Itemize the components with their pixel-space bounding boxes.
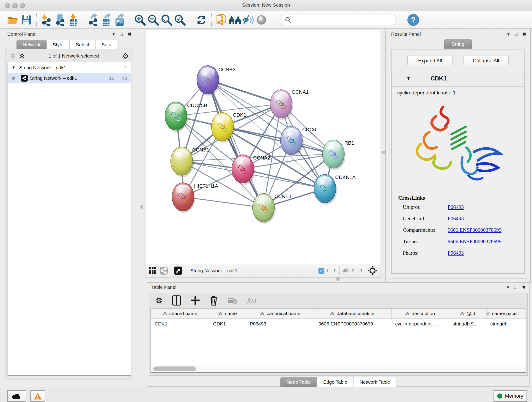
tab-select[interactable]: Select bbox=[70, 40, 95, 49]
search-input[interactable] bbox=[291, 16, 392, 24]
panel-menu-icon[interactable]: ▾ bbox=[507, 32, 510, 36]
scrollbar-thumb[interactable] bbox=[153, 366, 196, 371]
import-network-database-button[interactable] bbox=[53, 13, 66, 27]
panel-float-icon[interactable]: □ bbox=[514, 285, 517, 289]
refresh-view-button[interactable] bbox=[195, 13, 208, 27]
collapse-all-networks-icon[interactable] bbox=[10, 53, 16, 59]
table-cell[interactable]: CDK1 bbox=[151, 319, 209, 329]
crosslink-link[interactable]: 9606.ENSP00000378699 bbox=[448, 239, 501, 245]
delete-column-icon[interactable] bbox=[210, 295, 218, 306]
column-header-canonical-name[interactable]: canonical name bbox=[246, 308, 315, 319]
open-session-button[interactable] bbox=[6, 13, 20, 27]
function-builder-icon[interactable]: f(x) bbox=[247, 297, 256, 304]
graph-node-CCNE1[interactable]: CCNE1 bbox=[253, 193, 292, 224]
panel-close-icon[interactable]: ✖ bbox=[522, 285, 526, 289]
panel-close-icon[interactable]: ✖ bbox=[522, 32, 526, 36]
panel-close-icon[interactable]: ✖ bbox=[128, 32, 132, 36]
network-options-gear-icon[interactable]: ⚙ bbox=[122, 51, 129, 60]
table-options-gear-icon[interactable]: ⚙ bbox=[156, 296, 162, 305]
panel-menu-icon[interactable]: ▾ bbox=[507, 285, 509, 289]
save-session-button[interactable] bbox=[20, 13, 33, 27]
graph-node-CCNA2[interactable]: CCNA2 bbox=[232, 155, 270, 185]
crosslink-link[interactable]: P06493 bbox=[448, 216, 464, 222]
crosslink-row: GeneCard:P06493 bbox=[403, 216, 519, 222]
graph-node-CCNB2[interactable]: CCNB2 bbox=[197, 65, 235, 96]
network-share-icon[interactable] bbox=[160, 267, 168, 275]
zoom-selected-button[interactable] bbox=[173, 13, 186, 27]
table-cell[interactable]: P06493 bbox=[246, 319, 315, 329]
show-home-panel-button[interactable] bbox=[228, 13, 241, 27]
table-cell[interactable]: 9606.ENSP00000378699 bbox=[315, 319, 392, 329]
graph-node-HIST1H1A[interactable]: HIST1H1A bbox=[172, 183, 218, 213]
protein-section-header[interactable]: ▼ CDK1 bbox=[392, 72, 525, 85]
zoom-out-button[interactable] bbox=[147, 13, 160, 27]
right-splitter-grip[interactable] bbox=[382, 151, 385, 154]
horizontal-scrollbar[interactable] bbox=[151, 365, 526, 372]
birds-eye-view-icon[interactable] bbox=[174, 266, 182, 275]
memory-button[interactable]: Memory bbox=[494, 390, 527, 402]
graph-node-CDKN1A[interactable]: CDKN1A bbox=[314, 174, 356, 205]
collapse-triangle-icon[interactable]: ▼ bbox=[12, 65, 16, 70]
tab-string[interactable]: String bbox=[444, 39, 472, 49]
node-label: CCNB2 bbox=[218, 67, 235, 72]
tab-network[interactable]: Network bbox=[17, 40, 46, 49]
graph-node-CCNA1[interactable]: CCNA1 bbox=[270, 89, 309, 120]
hidden-eye-slash-icon[interactable] bbox=[342, 267, 350, 274]
table-cell[interactable]: cyclin-dependent ... bbox=[392, 319, 449, 329]
left-splitter-grip[interactable] bbox=[140, 205, 143, 209]
hide-graphics-details-button[interactable] bbox=[241, 13, 255, 27]
add-column-icon[interactable] bbox=[191, 296, 200, 305]
graph-node-CCNB1[interactable]: CCNB1 bbox=[171, 147, 209, 177]
table-cell[interactable]: stringdb:9... bbox=[449, 319, 487, 329]
graph-node-CDC6[interactable]: CDC6 bbox=[280, 126, 316, 157]
collapse-all-button[interactable]: Collapse All bbox=[463, 55, 509, 66]
column-header-description[interactable]: description bbox=[392, 308, 449, 319]
column-header-namespace[interactable]: namespace bbox=[487, 308, 517, 319]
expand-all-networks-icon[interactable] bbox=[19, 53, 25, 59]
column-header-database-identifier[interactable]: database identifier bbox=[315, 308, 392, 319]
table-cell[interactable]: CDK1 bbox=[209, 319, 246, 329]
network-canvas[interactable]: CCNB2CCNA1CDC25BCDK1CDC6RB1CCNB1CCNA2CDK… bbox=[145, 30, 381, 264]
table-cell[interactable]: stringdb bbox=[487, 319, 517, 329]
panel-float-icon[interactable]: □ bbox=[515, 32, 517, 36]
export-network-button[interactable] bbox=[87, 13, 100, 27]
tab-edge-table[interactable]: Edge Table bbox=[317, 377, 354, 387]
zoom-fit-button[interactable] bbox=[160, 13, 173, 27]
graph-node-RB1[interactable]: RB1 bbox=[322, 140, 354, 170]
crosslink-link[interactable]: 9606.ENSP00000378699 bbox=[448, 227, 501, 233]
column-header-shared-name[interactable]: shared name bbox=[151, 308, 209, 319]
network-collection-row[interactable]: ▼ String Network – cdk1 1 bbox=[8, 62, 131, 73]
tab-node-table[interactable]: Node Table bbox=[280, 377, 317, 387]
grid-view-icon[interactable] bbox=[149, 267, 157, 274]
export-image-button[interactable] bbox=[113, 13, 127, 27]
main-toolbar: ? bbox=[0, 11, 532, 29]
collapse-triangle-icon[interactable]: ▼ bbox=[406, 76, 411, 81]
crosslink-link[interactable]: P06493 bbox=[448, 250, 464, 256]
import-network-file-button[interactable] bbox=[40, 13, 53, 27]
import-table-button[interactable] bbox=[66, 13, 80, 27]
tab-sets[interactable]: Sets bbox=[95, 40, 117, 49]
crosslink-link[interactable]: P06493 bbox=[448, 204, 464, 210]
zoom-in-button[interactable] bbox=[133, 13, 147, 27]
warnings-button[interactable] bbox=[30, 390, 45, 402]
export-table-button[interactable] bbox=[100, 13, 113, 27]
show-graphics-details-button[interactable] bbox=[255, 13, 268, 27]
help-button[interactable]: ? bbox=[407, 14, 419, 26]
network-row[interactable]: String Network – cdk1 11 48 bbox=[8, 73, 131, 83]
bottom-splitter-grip[interactable] bbox=[336, 277, 340, 281]
column-header--id[interactable]: @id bbox=[449, 308, 487, 319]
graph-node-CDC25B[interactable]: CDC25B bbox=[165, 102, 207, 132]
show-columns-icon[interactable] bbox=[172, 295, 181, 306]
panel-menu-icon[interactable]: ▾ bbox=[113, 32, 115, 36]
column-header-name[interactable]: name bbox=[209, 308, 246, 319]
cloud-status-button[interactable] bbox=[7, 390, 26, 402]
panel-float-icon[interactable]: □ bbox=[120, 32, 123, 36]
selected-checkbox-icon[interactable]: ✓ bbox=[318, 268, 324, 274]
table-data-row[interactable]: CDK1CDK1P064939606.ENSP00000378699cyclin… bbox=[151, 319, 526, 329]
tab-network-table[interactable]: Network Table bbox=[353, 377, 396, 387]
network-from-file-button[interactable] bbox=[215, 13, 228, 27]
clear-table-icon[interactable] bbox=[228, 297, 238, 304]
expand-all-button[interactable]: Expand All bbox=[407, 55, 453, 66]
tab-style[interactable]: Style bbox=[46, 40, 70, 49]
fit-crosshair-icon[interactable] bbox=[368, 266, 377, 275]
